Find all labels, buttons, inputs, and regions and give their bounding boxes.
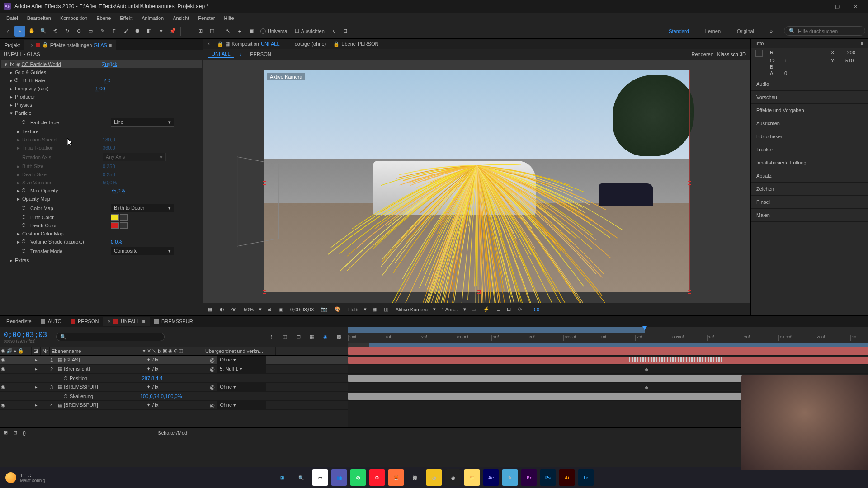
zoom-dropdown[interactable]: 50% xyxy=(242,306,255,313)
dropdown[interactable]: Composite▾ xyxy=(111,247,174,255)
hand-tool[interactable]: ✋ xyxy=(26,26,37,37)
effect-prop-particle[interactable]: ▾Particle xyxy=(1,109,202,117)
views-dropdown[interactable]: 1 Ans... xyxy=(439,306,460,313)
menu-ebene[interactable]: Ebene xyxy=(92,14,115,22)
motion-blur-icon[interactable]: ◉ xyxy=(320,331,331,342)
app-icon-2[interactable]: ◔ xyxy=(426,469,442,486)
channel-icon[interactable]: 👁 xyxy=(230,306,238,313)
menu-animation[interactable]: Animation xyxy=(137,14,168,22)
effect-prop-color-map[interactable]: ⏱Color MapBirth to Death▾ xyxy=(1,203,202,213)
current-timecode[interactable]: 0;00;03;03 xyxy=(4,330,47,339)
task-view-button[interactable]: ▭ xyxy=(312,469,328,486)
menu-effekt[interactable]: Effekt xyxy=(115,14,137,22)
pen-tool[interactable]: ✎ xyxy=(97,26,108,37)
side-panel-bibliotheken[interactable]: Bibliotheken xyxy=(751,130,868,143)
frame-blend-icon[interactable]: ▦ xyxy=(307,331,317,342)
close-icon[interactable]: × xyxy=(31,42,33,48)
eyedropper-icon[interactable] xyxy=(120,222,128,229)
side-panel-ausrichten[interactable]: Ausrichten xyxy=(751,117,868,130)
local-axis-icon[interactable]: ⊹ xyxy=(183,26,194,37)
stopwatch-icon[interactable]: ⏱ xyxy=(21,239,28,245)
workspace-overflow-icon[interactable]: » xyxy=(766,26,777,37)
fx-badge-icon[interactable]: fx xyxy=(9,61,15,67)
effect-prop-longevity-sec-[interactable]: ▸Longevity (sec)1,00 xyxy=(1,84,202,93)
eye-icon[interactable]: ◉ xyxy=(1,366,5,372)
grid-icon[interactable]: ⊞ xyxy=(265,305,273,313)
camera-dropdown[interactable]: Aktive Kamera xyxy=(394,306,430,313)
brush-tool[interactable]: 🖌 xyxy=(120,26,131,37)
keyframe-icon[interactable]: ◆ xyxy=(645,366,648,372)
stopwatch-icon[interactable]: ⏱ xyxy=(21,205,28,211)
effect-prop-initial-rotation[interactable]: ▸Initial Rotation360,0 xyxy=(1,144,202,152)
effect-prop-death-size[interactable]: ▸Death Size0,250 xyxy=(1,170,202,178)
view-axis-icon[interactable]: ◫ xyxy=(207,26,217,37)
comp-tab-footage[interactable]: Footage (ohne) xyxy=(292,41,326,47)
stopwatch-icon[interactable]: ⏱ xyxy=(21,188,28,194)
effect-prop-extras[interactable]: ▸Extras xyxy=(1,256,202,264)
eye-icon[interactable]: ◉ xyxy=(1,384,5,390)
minimize-button[interactable]: — xyxy=(810,0,828,13)
world-axis-icon[interactable]: ⊞ xyxy=(195,26,206,37)
panel-menu-icon[interactable]: ≡ xyxy=(109,42,112,48)
stopwatch-icon[interactable]: ⏱ xyxy=(21,248,28,254)
lock-icon[interactable]: 🔒 xyxy=(333,41,340,47)
effect-prop-birth-rate[interactable]: ▸⏱Birth Rate2,0 xyxy=(1,76,202,84)
pickwhip-icon[interactable]: @ xyxy=(210,403,215,408)
draft-3d-icon[interactable]: ◫ xyxy=(279,331,290,342)
lock-header-icon[interactable]: 🔒 xyxy=(18,348,24,354)
menu-datei[interactable]: Datei xyxy=(2,14,23,22)
zoom-tool[interactable]: 🔍 xyxy=(38,26,49,37)
tl-tab-renderliste[interactable]: Renderliste xyxy=(2,317,36,326)
color-mgmt-icon[interactable]: 🎨 xyxy=(333,305,343,313)
3d-cursor-icon[interactable]: ↖ xyxy=(222,26,233,37)
effect-prop-size-variation[interactable]: ▸Size Variation50,0% xyxy=(1,178,202,187)
effect-prop-death-color[interactable]: ⏱Death Color xyxy=(1,221,202,230)
explorer-icon[interactable]: 📁 xyxy=(464,469,480,486)
panel-menu-icon[interactable]: ≡ xyxy=(282,41,284,47)
help-search[interactable]: 🔍 Hilfe durchsuchen xyxy=(784,26,865,36)
exposure-value[interactable]: +0,0 xyxy=(528,306,541,313)
orbit-tool[interactable]: ⟲ xyxy=(50,26,61,37)
effect-header[interactable]: ▾ fx ◉ CC Particle World Zurück xyxy=(1,60,202,68)
universal-toggle[interactable]: Universal xyxy=(258,28,291,34)
stopwatch-icon[interactable]: ⏱ xyxy=(63,394,68,399)
stopwatch-icon[interactable]: ⏱ xyxy=(21,222,28,229)
pickwhip-icon[interactable]: @ xyxy=(210,385,215,390)
side-panel-absatz[interactable]: Absatz xyxy=(751,169,868,183)
ausrichten-toggle[interactable]: ☐Ausrichten xyxy=(292,28,327,34)
stamp-tool[interactable]: ⬢ xyxy=(132,26,143,37)
selection-tool[interactable]: ▸ xyxy=(14,26,25,37)
comp-tab-ebene[interactable]: 🔒 Ebene PERSON xyxy=(333,41,378,47)
effect-prop-texture[interactable]: ▸Texture xyxy=(1,127,202,136)
keyframe-icon[interactable]: ◆ xyxy=(645,385,648,390)
menu-ansicht[interactable]: Ansicht xyxy=(168,14,193,22)
stopwatch-icon[interactable]: ⏱ xyxy=(21,214,28,221)
toggle-switches-icon[interactable]: ⊞ xyxy=(4,430,8,436)
visibility-icon[interactable]: ◉ xyxy=(16,61,21,67)
guides-icon[interactable]: ▣ xyxy=(277,305,285,313)
chevron-down-icon[interactable]: ▾ xyxy=(463,306,466,312)
close-button[interactable]: ✕ xyxy=(846,0,864,13)
resolution-dropdown[interactable]: Halb xyxy=(346,306,360,313)
layer-bar[interactable] xyxy=(348,357,868,364)
comp-tab-komposition[interactable]: 🔒 ▦ Komposition UNFALL ≡ xyxy=(217,41,284,47)
info-panel-header[interactable]: Info ≡ xyxy=(751,39,868,48)
photoshop-icon[interactable]: Ps xyxy=(540,469,556,486)
reset-exposure-icon[interactable]: ⟳ xyxy=(516,305,524,313)
color-swatch[interactable] xyxy=(111,222,119,229)
snapshot-icon[interactable]: 📷 xyxy=(319,305,329,313)
add-icon[interactable]: + xyxy=(234,26,245,37)
renderer-value[interactable]: Klassisch 3D xyxy=(717,52,746,57)
opera-icon[interactable]: O xyxy=(369,469,385,486)
rect-tool[interactable]: ▭ xyxy=(85,26,96,37)
pickwhip-icon[interactable]: @ xyxy=(210,366,215,372)
fast-preview-icon[interactable]: ⚡ xyxy=(481,305,491,313)
composition-viewer[interactable]: Aktive Kamera xyxy=(203,60,750,303)
subtab-unfall[interactable]: UNFALL xyxy=(208,50,234,58)
eye-icon[interactable]: ◉ xyxy=(1,402,5,408)
anchor-tool[interactable]: ⊕ xyxy=(73,26,84,37)
alpha-icon[interactable]: ▦ xyxy=(206,305,214,313)
side-panel-malen[interactable]: Malen xyxy=(751,209,868,222)
app-icon-3[interactable]: ✎ xyxy=(502,469,518,486)
layer-row[interactable]: ◉▸2▦ [Bremslicht]✦/fx@5. Null 1 ▾ xyxy=(0,365,348,374)
